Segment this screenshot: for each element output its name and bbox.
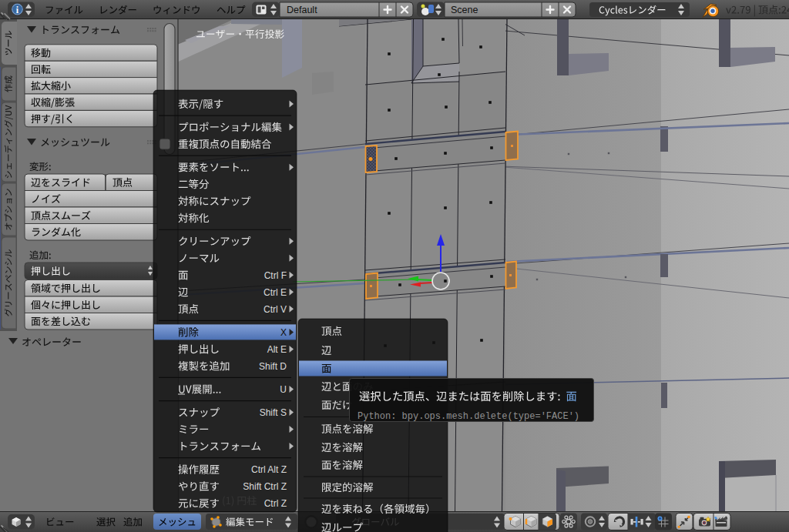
svg-text:X: X — [280, 327, 287, 338]
svg-text:Alt E: Alt E — [267, 344, 287, 355]
svg-text:Scene: Scene — [451, 5, 478, 15]
svg-text:U: U — [280, 384, 287, 395]
svg-text:Python: bpy.ops.mesh.delete(ty: Python: bpy.ops.mesh.delete(type='FACE') — [358, 411, 579, 422]
svg-text:Default: Default — [287, 5, 317, 15]
svg-text:Shift Ctrl Z: Shift Ctrl Z — [243, 481, 287, 492]
svg-text:Ctrl V: Ctrl V — [264, 304, 287, 315]
svg-text:Shift D: Shift D — [259, 361, 287, 372]
svg-text:Ctrl Alt Z: Ctrl Alt Z — [251, 464, 287, 475]
svg-text:Ctrl Z: Ctrl Z — [264, 498, 287, 509]
svg-text:Shift S: Shift S — [260, 407, 287, 418]
svg-text:Ctrl E: Ctrl E — [264, 287, 287, 298]
svg-text:Ctrl F: Ctrl F — [264, 270, 287, 281]
